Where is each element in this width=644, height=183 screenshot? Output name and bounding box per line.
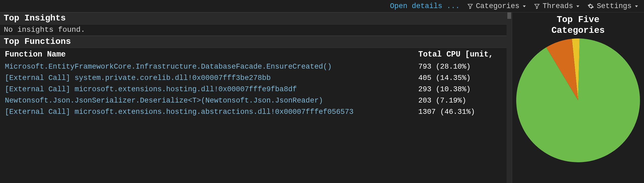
categories-dropdown[interactable]: Categories bbox=[467, 2, 526, 10]
top-five-categories-pie-chart[interactable] bbox=[516, 38, 640, 162]
chevron-down-icon bbox=[576, 4, 580, 8]
right-panel: Top Five Categories bbox=[512, 12, 644, 183]
settings-label: Settings bbox=[597, 2, 632, 10]
function-name-link[interactable]: Newtonsoft.Json.JsonSerializer.Deseriali… bbox=[5, 97, 414, 105]
svg-marker-4 bbox=[635, 5, 638, 7]
main-area: Top Insights No insights found. Top Func… bbox=[0, 12, 644, 183]
left-panel: Top Insights No insights found. Top Func… bbox=[0, 12, 512, 183]
table-row[interactable]: [External Call] microsoft.extensions.hos… bbox=[0, 84, 507, 95]
total-cpu-value: 293 (10.38%) bbox=[418, 85, 502, 93]
function-name-link[interactable]: [External Call] microsoft.extensions.hos… bbox=[5, 108, 414, 116]
svg-marker-2 bbox=[535, 4, 539, 9]
filter-icon bbox=[534, 3, 540, 9]
table-row[interactable]: [External Call] microsoft.extensions.hos… bbox=[0, 106, 507, 118]
open-details-link[interactable]: Open details ... bbox=[390, 2, 460, 10]
top-insights-body: No insights found. bbox=[0, 24, 507, 36]
chevron-down-icon bbox=[634, 4, 639, 8]
toolbar: Open details ... Categories Threads Sett… bbox=[0, 0, 644, 12]
top-insights-header: Top Insights bbox=[0, 12, 507, 24]
table-row[interactable]: Newtonsoft.Json.JsonSerializer.Deseriali… bbox=[0, 95, 507, 106]
svg-marker-3 bbox=[576, 5, 579, 7]
total-cpu-value: 793 (28.10%) bbox=[418, 63, 502, 71]
chevron-down-icon bbox=[522, 4, 526, 8]
table-row[interactable]: Microsoft.EntityFrameworkCore.Infrastruc… bbox=[0, 61, 507, 72]
top-functions-header: Top Functions bbox=[0, 36, 507, 48]
categories-label: Categories bbox=[476, 2, 519, 10]
top-five-categories-title: Top Five Categories bbox=[551, 15, 605, 36]
svg-marker-0 bbox=[468, 4, 473, 9]
filter-icon bbox=[467, 3, 473, 9]
settings-dropdown[interactable]: Settings bbox=[588, 2, 639, 10]
functions-table-header: Function Name Total CPU [unit, bbox=[0, 48, 507, 61]
threads-dropdown[interactable]: Threads bbox=[534, 2, 580, 10]
title-line-2: Categories bbox=[551, 26, 605, 36]
functions-table: Function Name Total CPU [unit, Microsoft… bbox=[0, 48, 507, 118]
title-line-1: Top Five bbox=[557, 15, 599, 25]
total-cpu-value: 1307 (46.31%) bbox=[418, 108, 502, 116]
total-cpu-value: 405 (14.35%) bbox=[418, 74, 502, 82]
column-header-total-cpu[interactable]: Total CPU [unit, bbox=[418, 50, 502, 59]
svg-marker-1 bbox=[523, 5, 526, 7]
function-name-link[interactable]: Microsoft.EntityFrameworkCore.Infrastruc… bbox=[5, 63, 414, 71]
column-header-function-name[interactable]: Function Name bbox=[5, 50, 414, 59]
total-cpu-value: 203 (7.19%) bbox=[418, 97, 502, 105]
table-row[interactable]: [External Call] system.private.corelib.d… bbox=[0, 72, 507, 84]
function-name-link[interactable]: [External Call] microsoft.extensions.hos… bbox=[5, 85, 414, 93]
vertical-scrollbar[interactable] bbox=[507, 12, 512, 183]
threads-label: Threads bbox=[543, 2, 573, 10]
gear-icon bbox=[588, 3, 594, 9]
function-name-link[interactable]: [External Call] system.private.corelib.d… bbox=[5, 74, 414, 82]
